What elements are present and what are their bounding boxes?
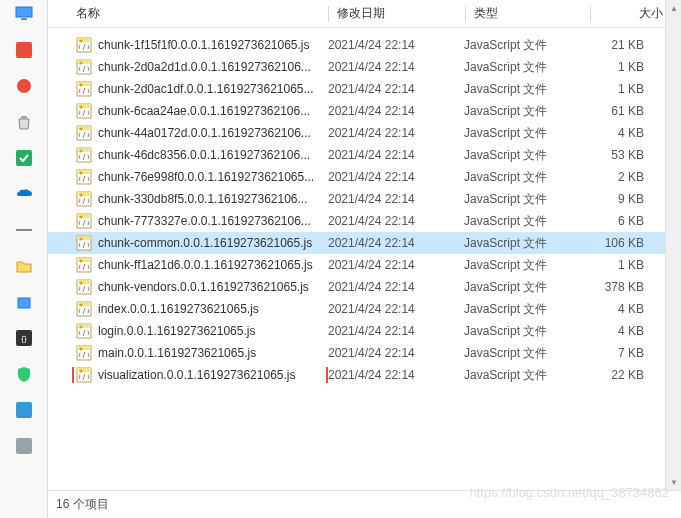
file-row[interactable]: chunk-6caa24ae.0.0.1.161927362106...2021…	[48, 100, 681, 122]
file-row[interactable]: chunk-common.0.0.1.1619273621065.js2021/…	[48, 232, 681, 254]
svg-point-3	[17, 79, 31, 93]
file-row[interactable]: chunk-2d0ac1df.0.0.1.1619273621065...202…	[48, 78, 681, 100]
file-row[interactable]: chunk-76e998f0.0.0.1.1619273621065...202…	[48, 166, 681, 188]
file-row[interactable]: main.0.0.1.1619273621065.js2021/4/24 22:…	[48, 342, 681, 364]
file-row[interactable]: chunk-46dc8356.0.0.1.161927362106...2021…	[48, 144, 681, 166]
file-row[interactable]: index.0.0.1.1619273621065.js2021/4/24 22…	[48, 298, 681, 320]
column-separator[interactable]	[328, 6, 329, 22]
file-row[interactable]: visualization.0.0.1.1619273621065.js2021…	[48, 364, 681, 386]
vertical-scrollbar[interactable]: ▲ ▼	[665, 0, 681, 490]
column-header-date[interactable]: 修改日期	[337, 5, 465, 22]
file-name-cell[interactable]: chunk-330db8f5.0.0.1.161927362106...	[48, 191, 328, 207]
file-row[interactable]: chunk-vendors.0.0.1.1619273621065.js2021…	[48, 276, 681, 298]
svg-rect-52	[77, 324, 91, 328]
file-name-cell[interactable]: chunk-76e998f0.0.0.1.1619273621065...	[48, 169, 328, 185]
column-separator[interactable]	[465, 6, 466, 22]
svg-rect-11	[16, 438, 32, 454]
file-name-cell[interactable]: chunk-common.0.0.1.1619273621065.js	[48, 235, 328, 251]
red-circle-icon[interactable]	[14, 76, 34, 96]
monitor-icon[interactable]	[14, 4, 34, 24]
file-date-cell: 2021/4/24 22:14	[328, 82, 464, 96]
file-size-cell: 53 KB	[580, 148, 660, 162]
file-size-cell: 1 KB	[580, 60, 660, 74]
file-size-cell: 4 KB	[580, 302, 660, 316]
file-name-cell[interactable]: login.0.0.1.1619273621065.js	[48, 323, 328, 339]
file-date-cell: 2021/4/24 22:14	[328, 346, 464, 360]
file-type-cell: JavaScript 文件	[464, 59, 580, 76]
file-date-cell: 2021/4/24 22:14	[328, 126, 464, 140]
svg-rect-1	[21, 18, 27, 20]
misc-icon[interactable]	[14, 436, 34, 456]
column-header-name[interactable]: 名称	[48, 5, 328, 22]
scroll-down-arrow-icon[interactable]: ▼	[666, 474, 681, 490]
file-row[interactable]: chunk-2d0a2d1d.0.0.1.161927362106...2021…	[48, 56, 681, 78]
file-type-cell: JavaScript 文件	[464, 125, 580, 142]
file-row[interactable]: login.0.0.1.1619273621065.js2021/4/24 22…	[48, 320, 681, 342]
code-icon[interactable]: {}	[14, 328, 34, 348]
file-row[interactable]: chunk-1f15f1f0.0.0.1.1619273621065.js202…	[48, 34, 681, 56]
onedrive-icon[interactable]	[14, 184, 34, 204]
js-file-icon	[76, 81, 92, 97]
file-name-text: chunk-2d0a2d1d.0.0.1.161927362106...	[98, 60, 311, 74]
line-icon[interactable]	[14, 220, 34, 240]
svg-rect-58	[77, 368, 91, 372]
svg-point-26	[80, 128, 83, 131]
file-name-cell[interactable]: chunk-46dc8356.0.0.1.161927362106...	[48, 147, 328, 163]
file-size-cell: 2 KB	[580, 170, 660, 184]
file-name-cell[interactable]: visualization.0.0.1.1619273621065.js	[48, 367, 328, 383]
svg-point-41	[80, 238, 83, 241]
file-name-text: chunk-7773327e.0.0.1.161927362106...	[98, 214, 311, 228]
file-name-text: chunk-46dc8356.0.0.1.161927362106...	[98, 148, 310, 162]
file-type-cell: JavaScript 文件	[464, 279, 580, 296]
file-name-cell[interactable]: chunk-ff1a21d6.0.0.1.1619273621065.js	[48, 257, 328, 273]
column-header-type[interactable]: 类型	[474, 5, 590, 22]
js-file-icon	[76, 169, 92, 185]
svg-point-38	[80, 216, 83, 219]
red-app-icon[interactable]	[14, 40, 34, 60]
file-name-text: chunk-common.0.0.1.1619273621065.js	[98, 236, 312, 250]
file-row[interactable]: chunk-ff1a21d6.0.0.1.1619273621065.js202…	[48, 254, 681, 276]
svg-rect-0	[16, 7, 32, 17]
file-row[interactable]: chunk-330db8f5.0.0.1.161927362106...2021…	[48, 188, 681, 210]
recycle-bin-icon[interactable]	[14, 112, 34, 132]
file-name-cell[interactable]: chunk-2d0a2d1d.0.0.1.161927362106...	[48, 59, 328, 75]
column-separator[interactable]	[590, 6, 591, 22]
svg-rect-2	[16, 42, 32, 58]
file-type-cell: JavaScript 文件	[464, 147, 580, 164]
file-date-cell: 2021/4/24 22:14	[328, 324, 464, 338]
file-row[interactable]: chunk-7773327e.0.0.1.161927362106...2021…	[48, 210, 681, 232]
svg-rect-4	[21, 116, 27, 119]
folder-icon[interactable]	[14, 256, 34, 276]
svg-rect-31	[77, 170, 91, 174]
file-name-cell[interactable]: main.0.0.1.1619273621065.js	[48, 345, 328, 361]
svg-rect-22	[77, 104, 91, 108]
js-file-icon	[76, 301, 92, 317]
file-name-cell[interactable]: chunk-2d0ac1df.0.0.1.1619273621065...	[48, 81, 328, 97]
device-icon[interactable]	[14, 292, 34, 312]
file-name-text: chunk-44a0172d.0.0.1.161927362106...	[98, 126, 311, 140]
file-name-text: login.0.0.1.1619273621065.js	[98, 324, 255, 338]
file-row[interactable]: chunk-44a0172d.0.0.1.161927362106...2021…	[48, 122, 681, 144]
svg-rect-6	[16, 229, 32, 231]
file-name-cell[interactable]: chunk-vendors.0.0.1.1619273621065.js	[48, 279, 328, 295]
file-name-cell[interactable]: chunk-1f15f1f0.0.0.1.1619273621065.js	[48, 37, 328, 53]
js-file-icon	[76, 367, 92, 383]
file-name-cell[interactable]: chunk-7773327e.0.0.1.161927362106...	[48, 213, 328, 229]
scroll-up-arrow-icon[interactable]: ▲	[666, 0, 681, 16]
svg-rect-43	[77, 258, 91, 262]
green-check-icon[interactable]	[14, 148, 34, 168]
file-name-text: chunk-vendors.0.0.1.1619273621065.js	[98, 280, 309, 294]
file-date-cell: 2021/4/24 22:14	[328, 148, 464, 162]
shield-icon[interactable]	[14, 364, 34, 384]
svg-rect-40	[77, 236, 91, 240]
file-date-cell: 2021/4/24 22:14	[328, 258, 464, 272]
svg-point-44	[80, 260, 83, 263]
svg-point-53	[80, 326, 83, 329]
file-name-text: index.0.0.1.1619273621065.js	[98, 302, 259, 316]
app-icon[interactable]	[14, 400, 34, 420]
file-name-cell[interactable]: index.0.0.1.1619273621065.js	[48, 301, 328, 317]
file-name-cell[interactable]: chunk-6caa24ae.0.0.1.161927362106...	[48, 103, 328, 119]
svg-rect-28	[77, 148, 91, 152]
js-file-icon	[76, 125, 92, 141]
file-name-cell[interactable]: chunk-44a0172d.0.0.1.161927362106...	[48, 125, 328, 141]
